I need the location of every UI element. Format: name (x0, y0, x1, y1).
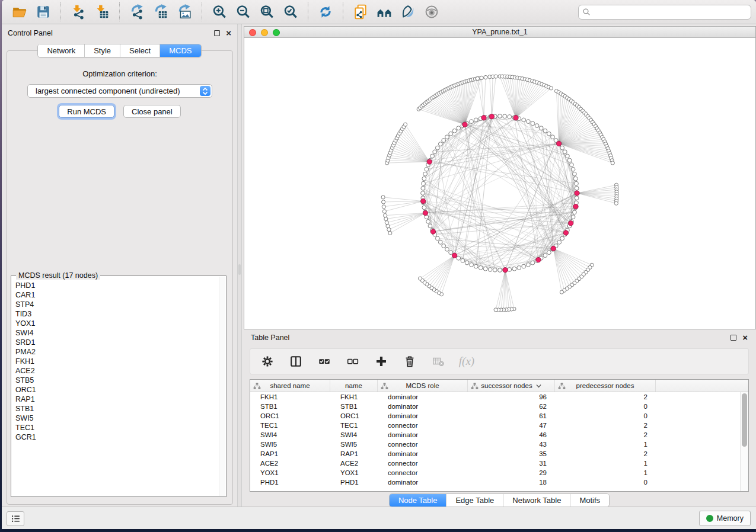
column-header-shared-name[interactable]: shared name (250, 380, 330, 392)
table-row[interactable]: PHD1PHD1dominator180 (250, 477, 740, 487)
mcds-result-item[interactable]: STB1 (15, 404, 219, 414)
maximize-window-icon[interactable] (273, 29, 280, 36)
ring-node (421, 191, 425, 196)
split-columns-icon[interactable] (288, 354, 304, 369)
table-row[interactable]: FKH1FKH1dominator962 (250, 392, 740, 402)
mcds-node (503, 268, 508, 273)
table-row[interactable]: TEC1TEC1connector472 (250, 421, 740, 430)
memory-button[interactable]: Memory (699, 511, 751, 526)
optimization-criterion-select[interactable]: largest connected component (undirected) (27, 84, 212, 98)
minimize-window-icon[interactable] (261, 29, 268, 36)
import-table-icon[interactable] (92, 2, 112, 21)
search-box[interactable] (578, 5, 751, 20)
mcds-result-item[interactable]: SWI5 (15, 414, 219, 423)
zoom-fit-icon[interactable] (257, 2, 277, 21)
mcds-result-item[interactable]: SWI4 (15, 328, 219, 338)
mcds-result-item[interactable]: ORC1 (15, 385, 219, 395)
status-bar: Memory (2, 507, 756, 529)
share-document-icon[interactable] (350, 2, 371, 21)
mcds-result-item[interactable]: GCR1 (15, 432, 219, 442)
table-row[interactable]: SWI5SWI5connector431 (250, 440, 740, 449)
mcds-result-item[interactable]: STP4 (15, 300, 219, 309)
splitter-grip[interactable] (238, 264, 241, 275)
float-table-panel-icon[interactable] (731, 335, 736, 341)
export-table-icon[interactable] (151, 2, 171, 21)
close-table-panel-icon[interactable]: × (742, 335, 748, 341)
mcds-node (556, 141, 561, 146)
mcds-result-item[interactable]: PHD1 (15, 281, 219, 290)
table-tab-edge-table[interactable]: Edge Table (446, 494, 503, 507)
table-tab-network-table[interactable]: Network Table (503, 494, 570, 507)
close-window-icon[interactable] (249, 29, 256, 36)
table-scrollbar-thumb[interactable] (742, 393, 747, 447)
table-tab-node-table[interactable]: Node Table (390, 494, 447, 507)
export-network-icon[interactable] (127, 2, 147, 21)
close-panel-button[interactable]: Close panel (123, 105, 181, 118)
table-row[interactable]: RAP1RAP1dominator352 (250, 449, 740, 459)
save-session-icon[interactable] (33, 2, 53, 21)
column-header-name[interactable]: name (330, 380, 378, 392)
network-graph[interactable] (244, 38, 755, 329)
run-mcds-button[interactable]: Run MCDS (59, 105, 114, 118)
table-tab-motifs[interactable]: Motifs (570, 494, 609, 507)
table-row[interactable]: SWI4SWI4dominator462 (250, 430, 740, 440)
tab-mcds[interactable]: MCDS (160, 44, 200, 57)
hide-details-icon[interactable] (398, 2, 418, 21)
mcds-result-list[interactable]: PHD1CAR1STP4TID3YOX1SWI4SRD1PMA2FKH1ACE2… (12, 280, 219, 496)
close-panel-icon[interactable]: × (226, 30, 231, 36)
ring-node (457, 126, 461, 130)
ring-node (575, 196, 579, 200)
mcds-result-item[interactable]: TID3 (15, 309, 219, 319)
zoom-out-icon[interactable] (233, 2, 253, 21)
delete-table-icon (430, 354, 446, 369)
column-header-MCDS-role[interactable]: MCDS role (378, 380, 468, 392)
column-header-successor-nodes[interactable]: successor nodes (468, 380, 555, 392)
mcds-result-item[interactable]: YOX1 (15, 319, 219, 328)
delete-column-icon[interactable] (402, 354, 417, 369)
ring-node (442, 244, 446, 248)
mcds-result-scrollbar[interactable] (219, 277, 225, 496)
zoom-selected-icon[interactable] (280, 2, 301, 21)
leaf-node (560, 290, 563, 294)
task-history-button[interactable] (7, 511, 24, 526)
tab-network[interactable]: Network (38, 44, 85, 57)
select-stepper-icon (200, 86, 210, 96)
float-panel-icon[interactable] (214, 30, 220, 36)
network-view-window: YPA_prune.txt_1 (244, 26, 756, 329)
network-window-titlebar[interactable]: YPA_prune.txt_1 (244, 27, 755, 38)
clear-selection-icon[interactable] (345, 354, 361, 369)
cell-successor_nodes: 31 (468, 459, 555, 468)
mcds-result-item[interactable]: RAP1 (15, 395, 219, 404)
table-scrollbar[interactable] (740, 392, 748, 491)
mcds-result-item[interactable]: STB5 (15, 376, 219, 385)
open-file-icon[interactable] (9, 2, 30, 21)
mcds-result-item[interactable]: CAR1 (15, 290, 219, 300)
ring-node (557, 241, 562, 245)
mcds-result-item[interactable]: SRD1 (15, 338, 219, 347)
mcds-result-item[interactable]: PMA2 (15, 347, 219, 357)
cell-name: FKH1 (330, 392, 378, 402)
show-graphics-icon[interactable] (422, 2, 442, 21)
import-network-icon[interactable] (68, 2, 88, 21)
panel-splitter[interactable] (237, 24, 242, 507)
table-row[interactable]: ORC1ORC1dominator610 (250, 411, 740, 421)
cell-filler (656, 468, 740, 477)
table-row[interactable]: STB1STB1dominator620 (250, 402, 740, 411)
mcds-result-item[interactable]: FKH1 (15, 357, 219, 366)
tab-style[interactable]: Style (85, 44, 120, 57)
network-canvas[interactable] (244, 38, 755, 329)
export-image-icon[interactable] (174, 2, 194, 21)
add-column-icon[interactable] (374, 354, 389, 369)
table-settings-icon[interactable] (260, 354, 275, 369)
refresh-icon[interactable] (315, 2, 336, 21)
table-row[interactable]: ACE2ACE2connector311 (250, 459, 740, 468)
binoculars-icon[interactable] (374, 2, 394, 21)
search-input[interactable] (594, 8, 747, 16)
table-row[interactable]: YOX1YOX1connector291 (250, 468, 740, 477)
select-all-rows-icon[interactable] (317, 354, 332, 369)
mcds-result-item[interactable]: ACE2 (15, 366, 219, 376)
zoom-in-icon[interactable] (209, 2, 229, 21)
column-header-predecessor-nodes[interactable]: predecessor nodes (555, 380, 656, 392)
mcds-result-item[interactable]: TEC1 (15, 423, 219, 432)
tab-select[interactable]: Select (120, 44, 160, 57)
